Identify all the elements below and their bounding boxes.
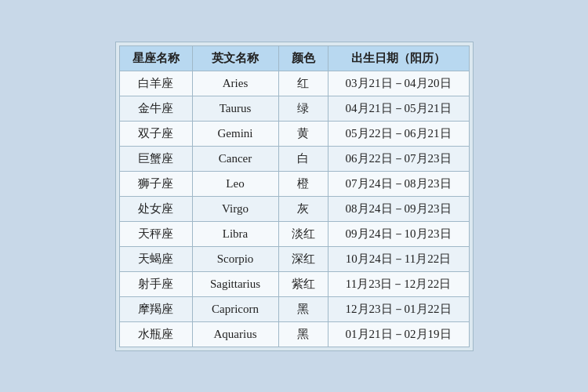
table-row: 处女座Virgo灰08月24日－09月23日 bbox=[119, 196, 469, 221]
header-zh: 星座名称 bbox=[119, 45, 192, 71]
cell-color: 绿 bbox=[278, 96, 328, 121]
table-row: 狮子座Leo橙07月24日－08月23日 bbox=[119, 171, 469, 196]
cell-color: 白 bbox=[278, 146, 328, 171]
cell-zh: 射手座 bbox=[119, 271, 192, 296]
cell-color: 黄 bbox=[278, 121, 328, 146]
table-row: 水瓶座Aquarius黑01月21日－02月19日 bbox=[119, 321, 469, 347]
table-body: 白羊座Aries红03月21日－04月20日金牛座Taurus绿04月21日－0… bbox=[119, 71, 469, 347]
cell-zh: 狮子座 bbox=[119, 171, 192, 196]
table-row: 双子座Gemini黄05月22日－06月21日 bbox=[119, 121, 469, 146]
table-row: 摩羯座Capricorn黑12月23日－01月22日 bbox=[119, 296, 469, 321]
cell-zh: 白羊座 bbox=[119, 71, 192, 96]
cell-zh: 金牛座 bbox=[119, 96, 192, 121]
cell-date: 11月23日－12月22日 bbox=[328, 271, 469, 296]
cell-color: 灰 bbox=[278, 196, 328, 221]
cell-en: Cancer bbox=[192, 146, 278, 171]
cell-date: 03月21日－04月20日 bbox=[328, 71, 469, 96]
cell-date: 10月24日－11月22日 bbox=[328, 246, 469, 271]
table-row: 射手座Sagittarius紫红11月23日－12月22日 bbox=[119, 271, 469, 296]
cell-en: Aquarius bbox=[192, 321, 278, 347]
cell-en: Aries bbox=[192, 71, 278, 96]
cell-color: 紫红 bbox=[278, 271, 328, 296]
cell-en: Leo bbox=[192, 171, 278, 196]
cell-color: 橙 bbox=[278, 171, 328, 196]
table-row: 天秤座Libra淡红09月24日－10月23日 bbox=[119, 221, 469, 246]
cell-date: 05月22日－06月21日 bbox=[328, 121, 469, 146]
cell-zh: 天蝎座 bbox=[119, 246, 192, 271]
cell-en: Capricorn bbox=[192, 296, 278, 321]
zodiac-table-container: 星座名称 英文名称 颜色 出生日期（阳历） 白羊座Aries红03月21日－04… bbox=[115, 42, 474, 351]
cell-zh: 巨蟹座 bbox=[119, 146, 192, 171]
cell-en: Libra bbox=[192, 221, 278, 246]
zodiac-table: 星座名称 英文名称 颜色 出生日期（阳历） 白羊座Aries红03月21日－04… bbox=[119, 45, 470, 347]
cell-date: 01月21日－02月19日 bbox=[328, 321, 469, 347]
header-date: 出生日期（阳历） bbox=[328, 45, 469, 71]
cell-date: 09月24日－10月23日 bbox=[328, 221, 469, 246]
cell-en: Virgo bbox=[192, 196, 278, 221]
table-row: 天蝎座Scorpio深红10月24日－11月22日 bbox=[119, 246, 469, 271]
cell-color: 红 bbox=[278, 71, 328, 96]
cell-color: 黑 bbox=[278, 321, 328, 347]
cell-en: Gemini bbox=[192, 121, 278, 146]
cell-date: 04月21日－05月21日 bbox=[328, 96, 469, 121]
cell-color: 深红 bbox=[278, 246, 328, 271]
table-row: 巨蟹座Cancer白06月22日－07月23日 bbox=[119, 146, 469, 171]
cell-en: Sagittarius bbox=[192, 271, 278, 296]
cell-zh: 处女座 bbox=[119, 196, 192, 221]
cell-date: 06月22日－07月23日 bbox=[328, 146, 469, 171]
cell-date: 07月24日－08月23日 bbox=[328, 171, 469, 196]
cell-zh: 天秤座 bbox=[119, 221, 192, 246]
cell-en: Scorpio bbox=[192, 246, 278, 271]
table-row: 白羊座Aries红03月21日－04月20日 bbox=[119, 71, 469, 96]
cell-color: 淡红 bbox=[278, 221, 328, 246]
cell-color: 黑 bbox=[278, 296, 328, 321]
cell-zh: 摩羯座 bbox=[119, 296, 192, 321]
cell-date: 12月23日－01月22日 bbox=[328, 296, 469, 321]
header-en: 英文名称 bbox=[192, 45, 278, 71]
cell-zh: 水瓶座 bbox=[119, 321, 192, 347]
header-color: 颜色 bbox=[278, 45, 328, 71]
cell-zh: 双子座 bbox=[119, 121, 192, 146]
table-row: 金牛座Taurus绿04月21日－05月21日 bbox=[119, 96, 469, 121]
cell-date: 08月24日－09月23日 bbox=[328, 196, 469, 221]
cell-en: Taurus bbox=[192, 96, 278, 121]
table-header-row: 星座名称 英文名称 颜色 出生日期（阳历） bbox=[119, 45, 469, 71]
